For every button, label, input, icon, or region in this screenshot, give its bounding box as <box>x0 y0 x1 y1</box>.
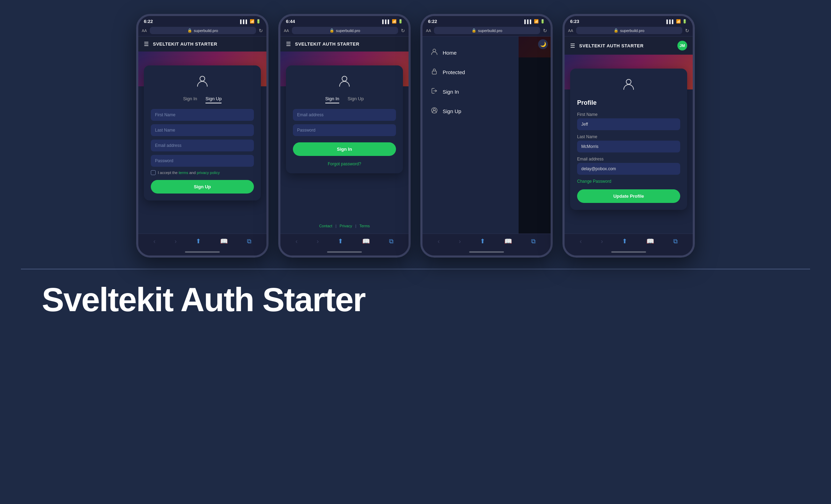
signup-button-1[interactable]: Sign Up <box>151 180 254 194</box>
user-avatar-icon-4 <box>577 77 680 94</box>
footer-terms-2[interactable]: Terms <box>359 224 370 228</box>
person-circle-icon-3 <box>431 107 438 115</box>
status-icons-1: ▌▌▌ 📶 🔋 <box>240 19 261 24</box>
signal-icon-3: ▌▌▌ <box>525 19 533 24</box>
url-text-2: superbuild.pro <box>336 29 360 33</box>
tab-signin-2[interactable]: Sign In <box>325 96 339 103</box>
phone-4: 6:23 ▌▌▌ 📶 🔋 AA 🔒 superbuild.pro ↻ ☰ SVE… <box>562 14 695 258</box>
home-bar-3 <box>469 251 504 253</box>
signal-icon: ▌▌▌ <box>240 19 248 24</box>
bookmarks-icon-2[interactable]: 📖 <box>362 237 370 245</box>
back-icon-3[interactable]: ‹ <box>437 238 440 245</box>
tabs-icon-4[interactable]: ⧉ <box>673 238 678 245</box>
svg-rect-3 <box>432 71 436 74</box>
email-input-2[interactable] <box>293 109 396 121</box>
password-input-1[interactable] <box>151 155 254 167</box>
last-name-input-1[interactable] <box>151 124 254 136</box>
browser-bar-2: AA 🔒 superbuild.pro ↻ <box>280 25 409 37</box>
update-profile-button-4[interactable]: Update Profile <box>577 189 680 203</box>
phone-content-1: Sign In Sign Up I accept the terms and p… <box>138 52 266 234</box>
tab-signin-1[interactable]: Sign In <box>183 96 197 103</box>
hamburger-icon-2[interactable]: ☰ <box>286 41 291 47</box>
footer-privacy-2[interactable]: Privacy <box>340 224 352 228</box>
tab-signup-2[interactable]: Sign Up <box>348 96 364 103</box>
svg-point-2 <box>433 49 436 52</box>
wifi-icon-3: 📶 <box>534 19 539 24</box>
status-time-4: 6:23 <box>570 19 579 24</box>
back-icon-1[interactable]: ‹ <box>153 238 155 245</box>
phone-3: 6:22 ▌▌▌ 📶 🔋 AA 🔒 superbuild.pro ↻ 🌙 <box>420 14 553 258</box>
footer-contact-2[interactable]: Contact <box>319 224 332 228</box>
signal-icon-4: ▌▌▌ <box>667 19 675 24</box>
reload-icon-3[interactable]: ↻ <box>543 28 547 33</box>
lock-icon-1: 🔒 <box>187 28 192 33</box>
forgot-link-2[interactable]: Forgot password? <box>293 162 396 166</box>
browser-url-3[interactable]: 🔒 superbuild.pro <box>434 27 540 34</box>
footer-links-2: Contact | Privacy | Terms <box>280 224 409 228</box>
reload-icon-1[interactable]: ↻ <box>259 28 263 33</box>
menu-item-signup-3[interactable]: Sign Up <box>428 102 513 120</box>
footer-sep1-2: | <box>335 224 336 228</box>
menu-item-protected-3[interactable]: Protected <box>428 63 513 81</box>
browser-url-1[interactable]: 🔒 superbuild.pro <box>150 27 256 34</box>
tabs-icon-2[interactable]: ⧉ <box>389 238 394 245</box>
home-indicator-3 <box>422 249 551 255</box>
wifi-icon: 📶 <box>250 19 255 24</box>
hamburger-icon-4[interactable]: ☰ <box>570 42 575 49</box>
tabs-icon-3[interactable]: ⧉ <box>531 238 536 245</box>
lock-icon-3: 🔒 <box>472 28 476 33</box>
tabs-row-2: Sign In Sign Up <box>293 96 396 103</box>
forward-icon-2[interactable]: › <box>317 238 319 245</box>
browser-bottom-4: ‹ › ⬆ 📖 ⧉ <box>565 234 693 249</box>
forward-icon-1[interactable]: › <box>174 238 177 245</box>
accept-checkbox-1[interactable] <box>151 170 156 175</box>
browser-url-4[interactable]: 🔒 superbuild.pro <box>576 27 682 34</box>
browser-bottom-2: ‹ › ⬆ 📖 ⧉ <box>280 234 409 249</box>
status-bar-1: 6:22 ▌▌▌ 📶 🔋 <box>138 16 266 25</box>
home-bar-4 <box>611 251 646 253</box>
back-icon-4[interactable]: ‹ <box>580 238 582 245</box>
app-title-1: SVELTEKIT AUTH STARTER <box>153 41 217 47</box>
bookmarks-icon-3[interactable]: 📖 <box>504 237 512 245</box>
battery-icon: 🔋 <box>256 19 261 24</box>
share-icon-2[interactable]: ⬆ <box>338 237 343 245</box>
wifi-icon-4: 📶 <box>676 19 681 24</box>
email-input-4[interactable] <box>577 163 680 175</box>
profile-card-4: Profile First Name Last Name Email addre… <box>570 69 687 210</box>
menu-item-home-3[interactable]: Home <box>428 44 513 62</box>
back-icon-2[interactable]: ‹ <box>295 238 297 245</box>
avatar-circle-4[interactable]: JM <box>677 41 687 50</box>
first-name-input-4[interactable] <box>577 118 680 130</box>
user-avatar-icon-2 <box>293 74 396 90</box>
share-icon-3[interactable]: ⬆ <box>480 237 485 245</box>
menu-item-signin-3[interactable]: Sign In <box>428 82 513 101</box>
battery-icon-4: 🔋 <box>682 19 687 24</box>
status-bar-3: 6:22 ▌▌▌ 📶 🔋 <box>422 16 551 25</box>
theme-toggle-3[interactable]: 🌙 <box>538 39 548 49</box>
share-icon-1[interactable]: ⬆ <box>196 237 201 245</box>
menu-label-home-3: Home <box>443 50 457 56</box>
browser-url-2[interactable]: 🔒 superbuild.pro <box>292 27 398 34</box>
app-header-2: ☰ SVELTEKIT AUTH STARTER <box>280 37 409 52</box>
change-password-link-4[interactable]: Change Password <box>577 179 680 184</box>
hamburger-icon-1[interactable]: ☰ <box>144 41 149 47</box>
first-name-input-1[interactable] <box>151 109 254 121</box>
reload-icon-4[interactable]: ↻ <box>685 28 689 33</box>
privacy-link-1[interactable]: privacy policy <box>197 171 220 175</box>
terms-link-1[interactable]: terms <box>179 171 188 175</box>
signin-button-2[interactable]: Sign In <box>293 142 396 156</box>
profile-title-4: Profile <box>577 99 680 107</box>
tabs-icon-1[interactable]: ⧉ <box>247 238 251 245</box>
forward-icon-4[interactable]: › <box>601 238 603 245</box>
reload-icon-2[interactable]: ↻ <box>401 28 405 33</box>
browser-bottom-3: ‹ › ⬆ 📖 ⧉ <box>422 234 551 249</box>
share-icon-4[interactable]: ⬆ <box>622 237 627 245</box>
last-name-input-4[interactable] <box>577 141 680 152</box>
home-indicator-4 <box>565 249 693 255</box>
email-input-1[interactable] <box>151 140 254 151</box>
bookmarks-icon-1[interactable]: 📖 <box>220 237 228 245</box>
tab-signup-1[interactable]: Sign Up <box>205 96 222 103</box>
bookmarks-icon-4[interactable]: 📖 <box>646 237 654 245</box>
password-input-2[interactable] <box>293 124 396 136</box>
forward-icon-3[interactable]: › <box>459 238 461 245</box>
